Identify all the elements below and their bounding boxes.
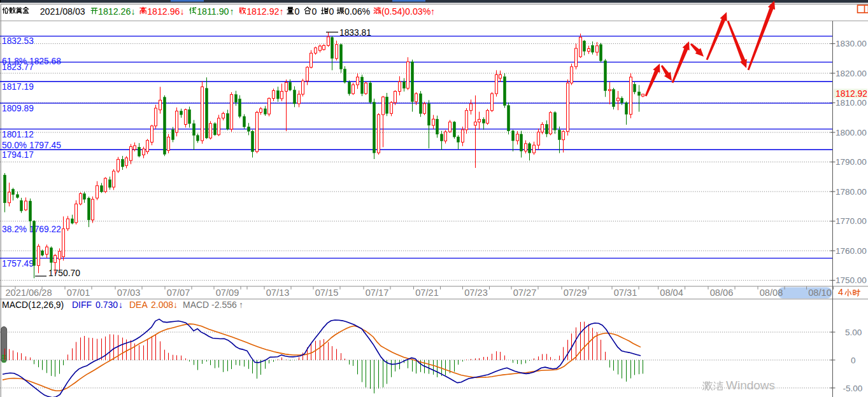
svg-text:1809.89: 1809.89: [2, 104, 34, 113]
svg-text:0: 0: [295, 6, 300, 17]
svg-text:0: 0: [312, 6, 317, 17]
svg-text:2021/08/03: 2021/08/03: [40, 6, 85, 17]
svg-text:1833.81: 1833.81: [339, 28, 371, 38]
svg-text:1757.49: 1757.49: [2, 259, 34, 268]
svg-text:1811.90: 1811.90: [197, 6, 229, 17]
svg-text:0.06%: 0.06%: [345, 6, 371, 17]
svg-text:↑: ↑: [280, 6, 284, 17]
svg-text:1801.12: 1801.12: [2, 130, 34, 139]
svg-text:1760.00: 1760.00: [836, 246, 867, 256]
svg-text:1794.17: 1794.17: [2, 150, 34, 160]
svg-text:07/31: 07/31: [614, 288, 637, 298]
svg-text:↓: ↓: [180, 6, 185, 17]
svg-text:1820.00: 1820.00: [836, 69, 867, 78]
svg-text:Windows: Windows: [726, 379, 775, 392]
svg-text:5.00: 5.00: [845, 328, 862, 337]
svg-text:07/13: 07/13: [266, 288, 290, 298]
svg-text:1810.00: 1810.00: [836, 98, 867, 108]
svg-text:↑: ↑: [239, 300, 243, 310]
svg-text:07/29: 07/29: [564, 288, 587, 298]
svg-text:38.2% 1769.22: 38.2% 1769.22: [2, 225, 61, 234]
svg-text:↓: ↓: [131, 6, 135, 17]
svg-text:2021/06/28: 2021/06/28: [5, 288, 52, 298]
svg-text:0: 0: [329, 6, 334, 17]
svg-text:1770.00: 1770.00: [836, 216, 867, 226]
svg-text:07/21: 07/21: [415, 288, 439, 298]
svg-text:↓: ↓: [173, 300, 178, 310]
svg-text:(0.54)0.03%: (0.54)0.03%: [381, 6, 431, 17]
svg-text:08/08: 08/08: [760, 288, 783, 298]
svg-text:07/15: 07/15: [315, 288, 339, 298]
svg-text:1750.70: 1750.70: [48, 268, 80, 278]
svg-text:07/09: 07/09: [216, 288, 239, 298]
svg-text:1780.00: 1780.00: [836, 187, 867, 197]
svg-text:MACD(12,26,9): MACD(12,26,9): [2, 300, 64, 310]
svg-text:07/17: 07/17: [366, 288, 389, 298]
svg-text:MACD -2.556: MACD -2.556: [183, 300, 237, 310]
svg-text:DEA: DEA: [129, 300, 148, 310]
svg-text:08/04: 08/04: [660, 288, 683, 298]
svg-text:1817.19: 1817.19: [2, 82, 34, 92]
svg-text:07/23: 07/23: [464, 288, 488, 298]
svg-text:↑: ↑: [230, 6, 234, 17]
svg-text:1823.77: 1823.77: [2, 62, 34, 72]
svg-text:08/06: 08/06: [710, 288, 734, 298]
svg-text:1812.92: 1812.92: [836, 89, 867, 99]
svg-text:1812.96: 1812.96: [147, 6, 180, 17]
svg-text:1812.92: 1812.92: [246, 6, 279, 17]
svg-text:0.730: 0.730: [96, 300, 118, 310]
svg-text:1812.26: 1812.26: [98, 6, 131, 17]
svg-text:0: 0: [851, 356, 856, 365]
svg-text:07/03: 07/03: [117, 288, 141, 298]
svg-text:50.0% 1797.45: 50.0% 1797.45: [2, 141, 61, 150]
svg-text:07/07: 07/07: [167, 288, 190, 298]
svg-text:1800.00: 1800.00: [836, 128, 867, 137]
svg-text:-5.00: -5.00: [843, 384, 863, 393]
svg-text:2.008: 2.008: [151, 300, 173, 310]
svg-text:1750.00: 1750.00: [836, 275, 867, 285]
svg-text:DIFF: DIFF: [72, 300, 92, 310]
svg-text:08/10: 08/10: [808, 288, 832, 298]
svg-text:1790.00: 1790.00: [836, 157, 867, 167]
svg-text:07/01: 07/01: [67, 288, 90, 298]
svg-text:07/27: 07/27: [513, 288, 537, 298]
svg-text:1830.00: 1830.00: [836, 39, 867, 48]
svg-text:4: 4: [838, 287, 843, 297]
svg-text:1832.53: 1832.53: [2, 36, 34, 46]
svg-text:↓: ↓: [118, 300, 123, 310]
svg-text:↑: ↑: [430, 6, 435, 17]
